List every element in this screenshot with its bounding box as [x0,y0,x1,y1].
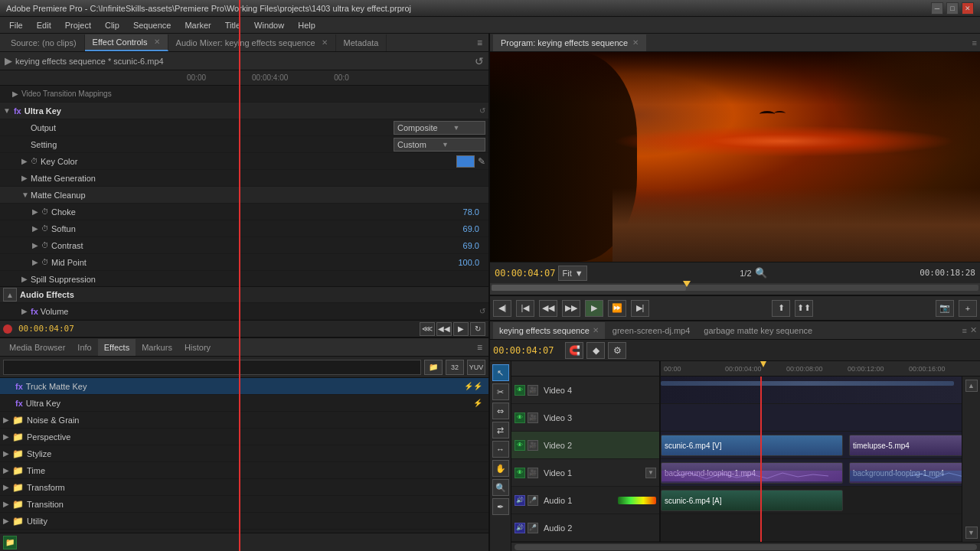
yuvbutton[interactable]: YUV [467,360,485,375]
spill-row[interactable]: ▶ Spill Suppression [0,271,488,286]
transport-play[interactable]: ▶ [585,300,603,317]
maximize-button[interactable]: □ [946,2,959,15]
program-monitor-close[interactable]: ✕ [632,38,639,47]
play-btn[interactable]: ▶ [453,322,469,336]
audio-mixer-close-icon[interactable]: ✕ [322,38,328,47]
v1-eye-btn[interactable]: 👁 [514,468,525,478]
history-tab[interactable]: History [178,339,217,356]
ultra-key-item[interactable]: fx Ultra Key ⚡ [0,395,488,412]
ultra-key-reset[interactable]: ↺ [479,106,485,115]
matte-gen-row[interactable]: ▶ Matte Generation [0,170,488,187]
transition-item[interactable]: ▶ 📁 Transition [0,496,488,513]
setting-row[interactable]: Setting Custom ▼ [0,136,488,153]
selection-tool[interactable]: ↖ [492,364,509,381]
output-dropdown-box[interactable]: Composite ▼ [394,121,485,135]
perspective-item[interactable]: ▶ 📁 Perspective [0,429,488,445]
tl-scroll-down[interactable]: ▼ [965,527,978,539]
output-row[interactable]: Output Composite ▼ [0,119,488,136]
pen-tool[interactable]: ✒ [492,498,509,515]
transport-prev-edit[interactable]: |◀ [516,300,534,317]
timelapse-clip[interactable]: timelupse-5.mp4 [849,435,962,456]
stylize-item[interactable]: ▶ 📁 Stylize [0,445,488,462]
tl-close[interactable]: ✕ [970,325,977,335]
audio-mixer-tab[interactable]: Audio Mixer: keying effects sequence ✕ [168,34,336,51]
transport-extract[interactable]: ⬆⬆ [795,300,813,317]
ripple-tool[interactable]: ⇔ [492,403,509,419]
matte-cleanup-row[interactable]: ▼ Matte Cleanup [0,187,488,204]
panel-menu-button[interactable]: ≡ [474,37,485,48]
timeline-scrollbar[interactable] [511,542,980,551]
new-effects-folder-btn[interactable]: 📁 [3,536,17,549]
media-browser-tab[interactable]: Media Browser [3,339,71,356]
v1-cam-btn[interactable]: 🎥 [528,468,538,478]
markers-tab[interactable]: Markurs [136,339,178,356]
a2-speaker-btn[interactable]: 🔊 [514,523,525,533]
time-item[interactable]: ▶ 📁 Time [0,462,488,479]
ultra-key-header[interactable]: ▼ fx Ultra Key ↺ [0,103,488,119]
goto-start-btn[interactable]: ⋘ [420,322,435,336]
metadata-tab[interactable]: Metadata [336,34,387,51]
ks-tab-close[interactable]: ✕ [593,326,599,334]
contrast-row[interactable]: ▶ ⏱ Contrast 69.0 [0,237,488,254]
menu-edit[interactable]: Edit [31,19,57,31]
choke-value[interactable]: 78.0 [447,207,485,217]
new-bin-button[interactable]: 📁 [424,360,443,375]
volume-row[interactable]: ▶ fx Volume ↺ [0,303,488,320]
utility-item[interactable]: ▶ 📁 Utility [0,513,488,530]
contrast-value[interactable]: 69.0 [447,241,485,250]
32bit-button[interactable]: 32 [446,360,464,375]
program-monitor-tab[interactable]: Program: keying effects sequence ✕ [493,34,646,51]
midpoint-value[interactable]: 100.0 [447,258,485,267]
timeline-timecode[interactable]: 00:00:04:07 [493,345,562,356]
effect-controls-close-icon[interactable]: ✕ [154,37,160,46]
v4-clip-bar[interactable] [661,381,954,386]
v4-eye-btn[interactable]: 👁 [514,385,525,396]
a1-speaker-btn[interactable]: 🔊 [514,495,525,506]
v4-cam-btn[interactable]: 🎥 [528,385,538,396]
info-tab[interactable]: Info [71,339,97,356]
softun-row[interactable]: ▶ ⏱ Softun 69.0 [0,220,488,237]
menu-window[interactable]: Window [248,19,290,31]
transport-play-loop[interactable]: ⏩ [608,300,626,317]
effect-controls-tab[interactable]: Effect Controls ✕ [85,34,168,51]
noise-grain-item[interactable]: ▶ 📁 Noise & Grain [0,412,488,429]
play-reverse-btn[interactable]: ◀◀ [436,322,452,336]
bg-loop1-clip[interactable]: background-looping-1.mp4 [661,462,843,484]
transport-step-back[interactable]: ◀◀ [539,300,557,317]
clip-arrow-button[interactable]: ▶ [5,55,12,67]
keying-sequence-tab[interactable]: keying effects sequence ✕ [493,322,605,339]
hand-tool[interactable]: ✋ [492,460,509,477]
menu-help[interactable]: Help [292,19,322,31]
effects-panel-menu[interactable]: ≡ [474,342,485,353]
setting-dropdown-box[interactable]: Custom ▼ [394,138,485,152]
transport-marker-in[interactable]: ◀| [493,300,511,317]
fit-dropdown[interactable]: Fit ▼ [558,266,586,281]
menu-marker[interactable]: Marker [178,19,217,31]
v3-eye-btn[interactable]: 👁 [514,412,525,423]
bg-loop2-clip[interactable]: background-looping-1.mp4 [849,462,962,484]
zoom-icon[interactable]: 🔍 [755,267,767,279]
setting-dropdown[interactable]: Custom ▼ [394,138,485,152]
menu-project[interactable]: Project [59,19,97,31]
loop-btn[interactable]: ↻ [470,322,485,336]
slide-tool[interactable]: ↔ [492,441,509,458]
close-button[interactable]: ✕ [962,2,974,15]
tl-scroll-up[interactable]: ▲ [965,380,978,392]
a2-mic-btn[interactable]: 🎤 [528,523,538,533]
reset-button[interactable]: ↺ [475,55,484,67]
transport-add-marker[interactable]: + [959,300,977,317]
a1-mic-btn[interactable]: 🎤 [528,495,538,506]
program-monitor-menu[interactable]: ≡ [972,38,977,47]
transport-camera[interactable]: 📷 [936,300,954,317]
choke-row[interactable]: ▶ ⏱ Choke 78.0 [0,204,488,220]
video-transitions-row[interactable]: ▶ Video Transition Mappings [0,86,488,103]
audio-effects-header[interactable]: ▲ Audio Effects [0,286,488,303]
key-color-swatch[interactable] [456,155,475,168]
menu-sequence[interactable]: Sequence [127,19,178,31]
transform-item[interactable]: ▶ 📁 Transform [0,479,488,496]
softun-value[interactable]: 69.0 [447,224,485,233]
v2-eye-btn[interactable]: 👁 [514,440,525,451]
key-color-row[interactable]: ▶ ⏱ Key Color ✎ [0,153,488,170]
transport-next-edit[interactable]: ▶| [631,300,649,317]
effects-tab[interactable]: Effects [98,339,136,356]
